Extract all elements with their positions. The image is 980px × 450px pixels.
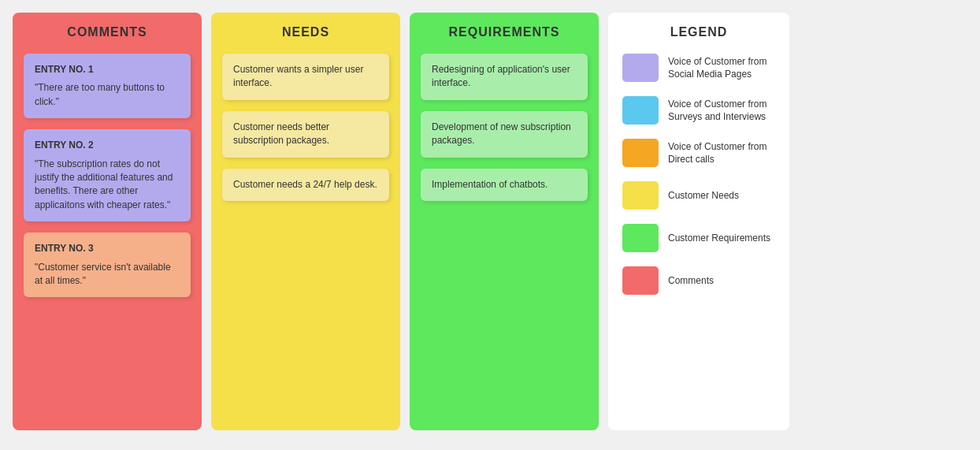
column-needs: NEEDS Customer wants a simpler user inte… [211, 13, 400, 430]
column-requirements-title: REQUIREMENTS [449, 25, 560, 39]
legend-label-voc-direct: Voice of Customer from Direct calls [668, 140, 775, 165]
column-comments-title: COMMENTS [67, 25, 147, 39]
legend-item-customer-needs: Customer Needs [622, 181, 775, 210]
legend-item-customer-requirements: Customer Requirements [622, 224, 775, 252]
legend-swatch-voc-social [622, 54, 659, 82]
card-req-3[interactable]: Implementation of chatbots. [421, 169, 588, 201]
card-entry-2[interactable]: ENTRY NO. 2 "The subscription rates do n… [24, 129, 191, 221]
column-needs-title: NEEDS [282, 25, 329, 39]
need2-text: Customer needs better subscription packa… [233, 121, 329, 146]
card-entry-1[interactable]: ENTRY NO. 1 "There are too many buttons … [24, 54, 191, 118]
legend-swatch-customer-needs [622, 181, 659, 210]
legend-swatch-voc-surveys [622, 96, 659, 125]
legend-panel: LEGEND Voice of Customer from Social Med… [608, 13, 789, 430]
legend-title: LEGEND [622, 25, 775, 39]
legend-swatch-customer-requirements [622, 224, 659, 252]
req3-text: Implementation of chatbots. [432, 179, 548, 190]
entry3-title: ENTRY NO. 3 [35, 242, 180, 255]
legend-item-voc-surveys: Voice of Customer from Surveys and Inter… [622, 96, 775, 125]
legend-label-voc-surveys: Voice of Customer from Surveys and Inter… [668, 98, 775, 123]
legend-label-comments: Comments [668, 274, 714, 287]
legend-label-customer-requirements: Customer Requirements [668, 232, 770, 244]
legend-item-voc-direct: Voice of Customer from Direct calls [622, 139, 775, 167]
legend-swatch-comments [622, 266, 659, 295]
need1-text: Customer wants a simpler user interface. [233, 64, 363, 88]
card-need-3[interactable]: Customer needs a 24/7 help desk. [222, 169, 389, 201]
entry1-title: ENTRY NO. 1 [35, 63, 180, 76]
legend-label-voc-social: Voice of Customer from Social Media Page… [668, 55, 775, 80]
entry1-text: "There are too many buttons to click." [35, 82, 165, 106]
req2-text: Development of new subscription packages… [432, 121, 571, 146]
entry2-text: "The subscription rates do not justify t… [35, 158, 173, 210]
legend-label-customer-needs: Customer Needs [668, 189, 739, 202]
main-container: COMMENTS ENTRY NO. 1 "There are too many… [0, 0, 980, 450]
req1-text: Redesigning of application's user interf… [432, 64, 570, 88]
card-need-1[interactable]: Customer wants a simpler user interface. [222, 54, 389, 100]
card-entry-3[interactable]: ENTRY NO. 3 "Customer service isn't avai… [24, 232, 191, 297]
column-requirements: REQUIREMENTS Redesigning of application'… [410, 13, 599, 430]
card-req-1[interactable]: Redesigning of application's user interf… [421, 54, 588, 100]
need3-text: Customer needs a 24/7 help desk. [233, 179, 377, 190]
column-comments: COMMENTS ENTRY NO. 1 "There are too many… [13, 13, 202, 430]
legend-item-voc-social: Voice of Customer from Social Media Page… [622, 54, 775, 82]
entry2-title: ENTRY NO. 2 [35, 139, 180, 152]
card-need-2[interactable]: Customer needs better subscription packa… [222, 111, 389, 158]
legend-swatch-voc-direct [622, 139, 659, 167]
entry3-text: "Customer service isn't available at all… [35, 262, 171, 286]
legend-item-comments: Comments [622, 266, 775, 295]
card-req-2[interactable]: Development of new subscription packages… [421, 111, 588, 158]
